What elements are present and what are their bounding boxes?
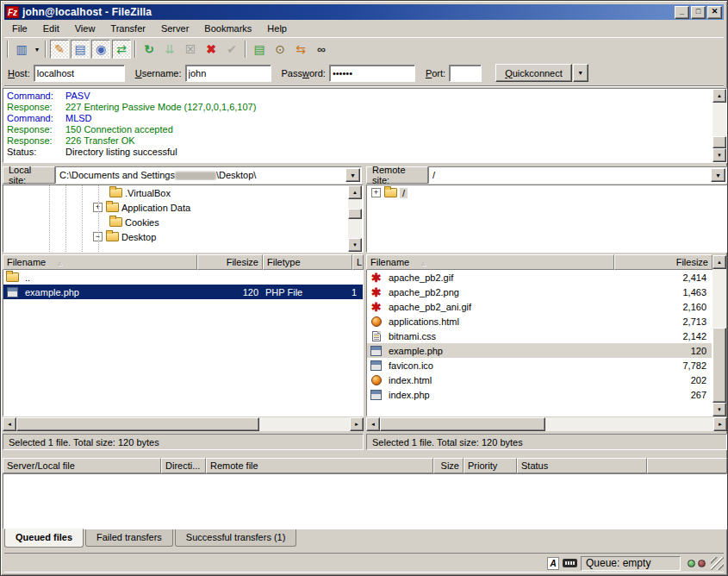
column-header-size[interactable]: Size xyxy=(433,458,464,473)
file-row[interactable]: bitnami.css 2,142 xyxy=(367,329,712,343)
quickconnect-dropdown-icon[interactable]: ▼ xyxy=(573,64,588,82)
column-header-filetype[interactable]: Filetype xyxy=(263,254,352,270)
toggle-message-log-icon[interactable]: ✎ xyxy=(50,40,69,59)
scroll-up-icon[interactable]: ▲ xyxy=(348,185,362,199)
remote-list-hscrollbar[interactable]: ◄ ► xyxy=(366,417,727,431)
file-row[interactable]: index.html 202 xyxy=(367,373,712,387)
combo-dropdown-icon[interactable]: ▼ xyxy=(711,168,725,182)
file-name: apache_pb2.gif xyxy=(385,272,615,283)
menu-help[interactable]: Help xyxy=(259,22,295,35)
file-row[interactable]: apache_pb2.png 1,463 xyxy=(367,285,712,299)
file-name: apache_pb2_ani.gif xyxy=(385,302,615,312)
scroll-down-icon[interactable]: ▼ xyxy=(348,238,362,252)
file-row[interactable]: apache_pb2_ani.gif 2,160 xyxy=(367,299,712,314)
menu-transfer[interactable]: Transfer xyxy=(103,22,153,35)
menu-edit[interactable]: Edit xyxy=(35,22,67,35)
username-label: Username: xyxy=(135,68,182,78)
data-type-indicator-icon[interactable]: A xyxy=(547,557,559,570)
tree-item[interactable]: − Desktop xyxy=(3,229,363,244)
toggle-transfer-queue-icon[interactable]: ⇄ xyxy=(112,40,131,59)
host-input[interactable] xyxy=(34,65,125,82)
file-size: 267 xyxy=(615,390,710,400)
port-label: Port: xyxy=(426,68,445,78)
file-name: applications.html xyxy=(385,316,615,327)
site-manager-icon[interactable]: ▥ xyxy=(12,40,31,59)
file-row-selected[interactable]: example.php 120 PHP File 1 xyxy=(3,285,363,299)
process-queue-icon[interactable]: ⇊ xyxy=(160,40,179,59)
menu-file[interactable]: File xyxy=(4,22,35,35)
menu-server[interactable]: Server xyxy=(153,22,196,35)
column-header-filesize[interactable]: Filesize xyxy=(614,254,712,270)
column-header-direction[interactable]: Directi... xyxy=(161,458,206,473)
folder-icon xyxy=(383,187,398,199)
column-header-remote-file[interactable]: Remote file xyxy=(206,458,433,473)
queue-list[interactable] xyxy=(3,473,727,529)
reconnect-icon[interactable]: ✔ xyxy=(222,40,241,59)
remote-path: / xyxy=(432,170,710,180)
folder-icon xyxy=(105,231,120,243)
cancel-operation-icon[interactable]: ☒ xyxy=(181,40,200,59)
tree-item[interactable]: Cookies xyxy=(3,215,363,229)
log-scrollbar[interactable]: ▲ ▼ xyxy=(712,89,726,162)
menu-bookmarks[interactable]: Bookmarks xyxy=(196,22,259,35)
toggle-local-tree-icon[interactable]: ▤ xyxy=(71,40,90,59)
file-row[interactable]: apache_pb2.gif 2,414 xyxy=(367,270,712,285)
column-header-filename[interactable]: Filename▵ xyxy=(366,254,614,270)
local-list-hscrollbar[interactable]: ◄ ► xyxy=(3,417,364,431)
file-row-selected[interactable]: example.php 120 xyxy=(367,343,712,358)
refresh-icon[interactable]: ↻ xyxy=(140,40,159,59)
scroll-right-icon[interactable]: ► xyxy=(350,417,364,431)
tree-item[interactable]: + / xyxy=(367,185,726,200)
expand-icon[interactable]: + xyxy=(371,188,381,197)
username-input[interactable] xyxy=(185,65,271,82)
file-row[interactable]: applications.html 2,713 xyxy=(367,314,712,329)
combo-dropdown-icon[interactable]: ▼ xyxy=(345,168,360,182)
minimize-button[interactable]: _ xyxy=(675,6,689,19)
title-bar[interactable]: Fz john@localhost - FileZilla _ □ ✕ xyxy=(4,4,724,20)
file-row[interactable]: favicon.ico 7,782 xyxy=(367,358,712,373)
apache-feather-icon xyxy=(369,286,383,298)
file-row-parent-dir[interactable]: .. xyxy=(3,270,363,285)
find-files-icon[interactable]: ⊙ xyxy=(271,40,289,59)
maximize-button[interactable]: □ xyxy=(691,6,706,19)
tab-failed-transfers[interactable]: Failed transfers xyxy=(85,529,173,547)
tree-item[interactable]: + Application Data xyxy=(3,200,363,215)
scroll-right-icon[interactable]: ► xyxy=(713,417,727,431)
synchronized-browsing-icon[interactable]: ∞ xyxy=(312,40,331,59)
local-directory-tree: .VirtualBox + Application Data Cookies −… xyxy=(3,185,364,253)
scroll-left-icon[interactable]: ◄ xyxy=(3,417,16,431)
php-file-icon xyxy=(369,345,383,357)
column-header-filesize[interactable]: Filesize xyxy=(197,254,263,270)
tree-item[interactable]: .VirtualBox xyxy=(3,185,363,200)
compare-directories-icon[interactable]: ⇆ xyxy=(291,40,310,59)
menu-view[interactable]: View xyxy=(67,22,103,35)
close-button[interactable]: ✕ xyxy=(707,6,722,19)
column-header-server-local-file[interactable]: Server/Local file xyxy=(3,458,161,473)
speed-limit-icon[interactable] xyxy=(563,559,577,567)
local-tree-scrollbar[interactable]: ▲ ▼ xyxy=(348,185,362,252)
column-header-status[interactable]: Status xyxy=(517,458,647,473)
column-header-lastmodified[interactable]: L xyxy=(352,254,364,270)
site-manager-dropdown-icon[interactable]: ▼ xyxy=(32,40,42,59)
scroll-down-icon[interactable]: ▼ xyxy=(712,148,726,162)
port-input[interactable] xyxy=(449,65,482,82)
tab-queued-files[interactable]: Queued files xyxy=(4,529,84,548)
tab-successful-transfers[interactable]: Successful transfers (1) xyxy=(175,529,297,547)
file-name: index.html xyxy=(385,375,615,385)
toggle-remote-tree-icon[interactable]: ◉ xyxy=(91,40,110,59)
scroll-down-icon[interactable]: ▼ xyxy=(712,403,726,416)
password-input[interactable] xyxy=(329,65,415,82)
resize-grip[interactable] xyxy=(711,557,724,570)
file-row[interactable]: index.php 267 xyxy=(367,387,712,402)
remote-list-scrollbar[interactable]: ▲ ▼ xyxy=(712,255,726,416)
column-header-filename[interactable]: Filename▵ xyxy=(3,254,197,270)
column-header-priority[interactable]: Priority xyxy=(464,458,517,473)
filter-icon[interactable]: ▤ xyxy=(250,40,269,59)
scroll-up-icon[interactable]: ▲ xyxy=(712,255,726,269)
local-site-combo[interactable]: C:\Documents and Settings\Desktop\ ▼ xyxy=(55,166,362,184)
disconnect-icon[interactable]: ✖ xyxy=(202,40,221,59)
scroll-left-icon[interactable]: ◄ xyxy=(366,417,380,431)
remote-site-combo[interactable]: / ▼ xyxy=(428,166,727,184)
scroll-up-icon[interactable]: ▲ xyxy=(712,89,726,103)
quickconnect-button[interactable]: Quickconnect xyxy=(495,64,572,82)
